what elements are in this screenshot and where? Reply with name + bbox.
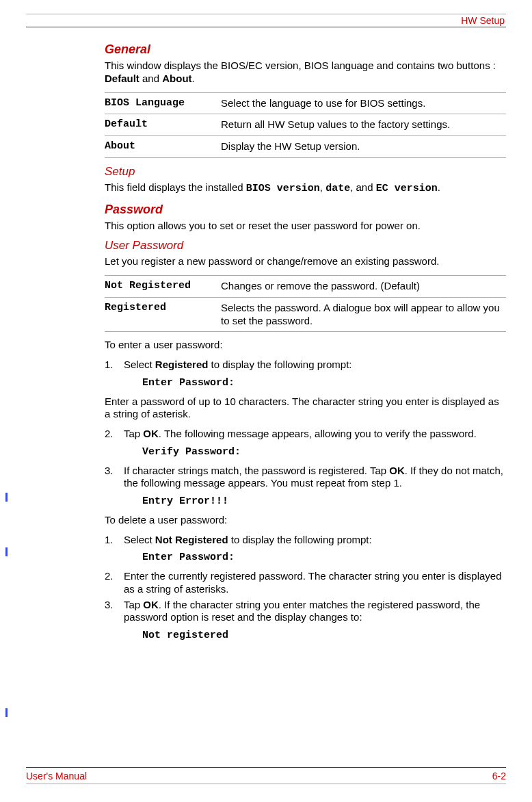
text-bold: Registered [155,359,209,370]
text: . [192,73,195,84]
footer-rule [26,784,506,784]
text: Enter the currently registered password.… [124,570,502,595]
heading-setup: Setup [105,165,506,179]
change-bar [5,547,8,556]
enter-note: Enter a password of up to 10 characters.… [105,396,506,422]
user-password-intro: Let you register a new password or chang… [105,255,506,268]
text: Tap [124,599,143,610]
code-prompt: Enter Password: [142,552,506,565]
desc: Select the language to use for BIOS sett… [221,92,506,114]
page-header: HW Setup [26,14,506,27]
text: . [438,181,440,193]
text: to display the following prompt: [228,534,372,545]
change-bar [5,708,8,717]
heading-user-password: User Password [105,239,506,253]
table-row: Registered Selects the password. A dialo… [105,297,506,332]
desc: Display the HW Setup version. [221,136,506,158]
code-prompt: Not registered [142,630,506,643]
page-content: General This window displays the BIOS/EC… [105,42,506,643]
desc: Changes or remove the password. (Default… [221,276,506,298]
text: to display the following prompt: [208,359,351,370]
header-title: HW Setup [461,15,505,26]
text-mono: BIOS version [246,183,320,194]
term: About [105,136,221,158]
desc: Selects the password. A dialogue box wil… [221,297,506,332]
text-bold: OK [143,599,159,610]
text-mono: date [325,183,350,194]
text: This field displays the installed [105,181,246,193]
change-bar [5,493,8,502]
list-item: Enter the currently registered password.… [105,570,506,596]
text: Select [124,359,155,370]
desc: Return all HW Setup values to the factor… [221,114,506,136]
list-item: Tap OK. If the character string you ente… [105,599,506,643]
text: . The following message appears, allowin… [159,428,477,439]
text-mono: EC version [376,183,438,194]
list-item: If character strings match, the password… [105,465,506,508]
term: Not Registered [105,276,221,298]
text: . If the character string you enter matc… [124,599,480,623]
code-prompt: Entry Error!!! [142,495,506,508]
delete-steps: Select Not Registered to display the fol… [105,534,506,643]
setup-text: This field displays the installed BIOS v… [105,181,506,196]
text: Tap [124,428,143,439]
heading-password: Password [105,203,506,217]
text-bold: Not Registered [155,534,228,545]
term: BIOS Language [105,92,221,114]
general-intro: This window displays the BIOS/EC version… [105,60,506,86]
text-bold: OK [143,428,159,439]
text: Select [124,534,155,545]
term: Default [105,114,221,136]
text: and [139,73,162,84]
term: Registered [105,297,221,332]
table-row: Not Registered Changes or remove the pas… [105,276,506,298]
text-bold: OK [389,465,405,476]
text: , [320,181,325,193]
enter-password-intro: To enter a user password: [105,339,506,352]
table-row: Default Return all HW Setup values to th… [105,114,506,136]
text: This window displays the BIOS/EC version… [105,60,496,71]
enter-steps-cont: Tap OK. The following message appears, a… [105,428,506,508]
code-prompt: Verify Password: [142,446,506,459]
text: If character strings match, the password… [124,465,389,476]
code-prompt: Enter Password: [142,377,506,390]
table-row: BIOS Language Select the language to use… [105,92,506,114]
delete-password-intro: To delete a user password: [105,514,506,527]
heading-general: General [105,42,506,57]
enter-steps: Select Registered to display the followi… [105,359,506,390]
footer-right: 6-2 [492,771,506,781]
password-intro: This option allows you to set or reset t… [105,220,506,233]
general-table: BIOS Language Select the language to use… [105,92,506,158]
footer-left: User's Manual [26,771,87,781]
list-item: Select Registered to display the followi… [105,359,506,390]
text-bold: About [162,73,191,84]
table-row: About Display the HW Setup version. [105,136,506,158]
user-password-table: Not Registered Changes or remove the pas… [105,275,506,332]
list-item: Select Not Registered to display the fol… [105,534,506,565]
text-bold: Default [105,73,139,84]
list-item: Tap OK. The following message appears, a… [105,428,506,459]
text: , and [350,181,376,193]
page-footer: User's Manual 6-2 [26,767,506,781]
